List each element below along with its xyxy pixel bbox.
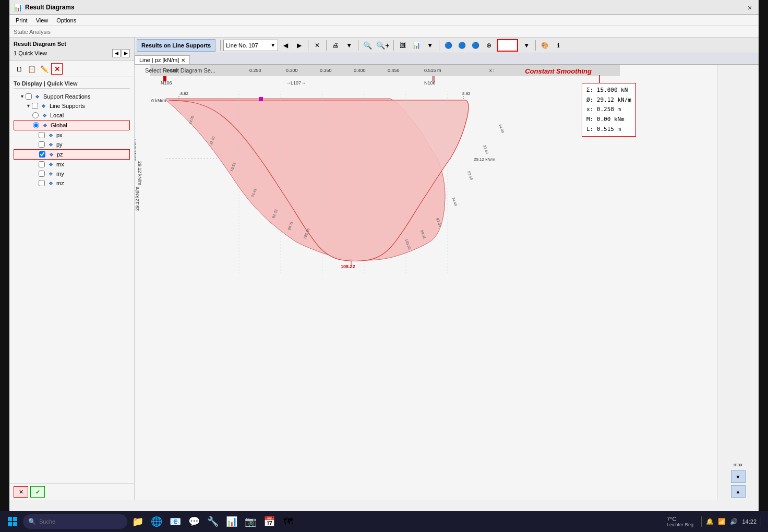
- zoom-in-btn[interactable]: 🔍+: [375, 39, 391, 52]
- tab-results-line-supports[interactable]: Results on Line Supports: [137, 39, 215, 52]
- taskbar-search-container[interactable]: 🔍: [23, 514, 127, 529]
- taskbar-sound-icon[interactable]: 🔊: [730, 518, 738, 525]
- tree-pz[interactable]: ❖ pz: [14, 149, 130, 160]
- checkbox-support-reactions[interactable]: [26, 93, 32, 100]
- svg-text:0.400: 0.400: [354, 68, 366, 73]
- svg-text:14.09: 14.09: [498, 124, 505, 134]
- view-btn3[interactable]: ▼: [424, 39, 436, 52]
- new-icon-button[interactable]: 🗋: [14, 63, 25, 75]
- checkbox-mx[interactable]: [39, 161, 45, 167]
- confirm-icon-button[interactable]: ✓: [30, 486, 45, 498]
- checkbox-my[interactable]: [39, 171, 45, 177]
- node-icon-my: ❖: [46, 170, 55, 178]
- taskbar-app5-icon[interactable]: 🔧: [205, 513, 221, 530]
- dropdown-arrow[interactable]: ▼: [270, 42, 275, 48]
- taskbar-temp: 7°C: [667, 516, 698, 522]
- checkbox-px[interactable]: [39, 132, 45, 138]
- tree-section: To Display | Quick View ▼ ❖ Support Reac…: [9, 77, 134, 483]
- zoom-out-btn[interactable]: 🔍: [361, 39, 374, 52]
- cursor-btn[interactable]: ✕: [311, 39, 323, 52]
- color-btn[interactable]: 🎨: [538, 39, 551, 52]
- taskbar-right: 7°C Leichter Reg... 🔔 📶 🔊 14:22: [667, 516, 764, 527]
- taskbar-app9-icon[interactable]: 🗺: [280, 513, 296, 530]
- menu-options[interactable]: Options: [52, 16, 80, 25]
- svg-text:29.12 kN/m: 29.12 kN/m: [135, 187, 140, 211]
- min-btn[interactable]: ▲: [731, 485, 746, 498]
- view-btn2[interactable]: 📊: [410, 39, 423, 52]
- taskbar-desktop-btn[interactable]: [761, 516, 764, 527]
- smoothing-button[interactable]: [497, 39, 518, 52]
- left-panel: Result Diagram Set 1 Quick View ◀ ▶ 🗋 📋 …: [9, 38, 135, 500]
- edit-icon-button[interactable]: ✏️: [39, 63, 50, 75]
- tree-px[interactable]: ❖ px: [14, 130, 130, 140]
- tree-global[interactable]: ❖ Global: [14, 120, 130, 130]
- diagram-tab[interactable]: Line | pz [kN/m] ✕: [135, 55, 190, 64]
- print-btn[interactable]: 🖨: [329, 39, 342, 52]
- print-options-btn[interactable]: ▼: [343, 39, 355, 52]
- tree-py[interactable]: ❖ py: [14, 140, 130, 149]
- nav-next-button[interactable]: ▶: [122, 49, 130, 57]
- tree-mz[interactable]: ❖ mz: [14, 178, 130, 188]
- static-analysis-bar: Static Analysis: [9, 26, 759, 38]
- max-btn[interactable]: ▼: [731, 470, 746, 483]
- checkbox-py[interactable]: [39, 141, 45, 148]
- smoothing-dropdown[interactable]: ▼: [520, 39, 533, 52]
- radio-global[interactable]: [33, 122, 39, 128]
- node-btn3[interactable]: 🔵: [469, 39, 482, 52]
- radio-local[interactable]: [32, 112, 39, 118]
- taskbar-explorer-icon[interactable]: 📁: [129, 513, 146, 530]
- line-supports-label: Line Supports: [50, 103, 85, 109]
- taskbar-wifi-icon[interactable]: 📶: [718, 518, 726, 525]
- info-btn[interactable]: ℹ: [552, 39, 565, 52]
- taskbar-notify-icon[interactable]: 🔔: [706, 518, 714, 525]
- cancel-icon-button[interactable]: ✕: [14, 486, 28, 498]
- svg-text:74.49: 74.49: [451, 197, 458, 207]
- sep2: [308, 40, 308, 51]
- line-no-label: Line No.: [226, 42, 247, 49]
- taskbar-app4-icon[interactable]: 💬: [186, 513, 202, 530]
- right-edge-panel: [759, 0, 768, 511]
- search-input[interactable]: [39, 518, 102, 525]
- svg-text:108.22: 108.22: [341, 264, 355, 269]
- svg-text:0 kN/m: 0 kN/m: [151, 98, 166, 103]
- close-panel-button[interactable]: ✕: [51, 63, 63, 75]
- taskbar-weather-desc: Leichter Reg...: [667, 522, 698, 527]
- sep7: [535, 40, 536, 51]
- tree-line-supports[interactable]: ▼ ❖ Line Supports: [14, 101, 130, 111]
- stat-l-value: 0.515 m: [597, 126, 621, 132]
- stat-phi-value: 29.12 kN/m: [597, 96, 631, 103]
- tree-local[interactable]: ❖ Local: [14, 111, 130, 120]
- taskbar-app3-icon[interactable]: 📧: [167, 513, 184, 530]
- start-button[interactable]: [4, 513, 21, 530]
- node-btn1[interactable]: 🔵: [442, 39, 454, 52]
- checkbox-pz[interactable]: [39, 151, 45, 158]
- nav-prev-button[interactable]: ◀: [112, 49, 121, 57]
- nav-left-btn[interactable]: ◀: [279, 39, 292, 52]
- checkbox-line-supports[interactable]: [32, 103, 38, 109]
- view-btn1[interactable]: 🖼: [397, 39, 409, 52]
- node-icon-line: ❖: [40, 102, 48, 110]
- menu-print[interactable]: Print: [11, 16, 32, 25]
- taskbar-app6-icon[interactable]: 📊: [223, 513, 240, 530]
- nav-right-btn[interactable]: ▶: [293, 39, 305, 52]
- tree-mx[interactable]: ❖ mx: [14, 160, 130, 169]
- quick-view-label: 1 Quick View: [14, 50, 47, 56]
- taskbar-edge-icon[interactable]: 🌐: [148, 513, 165, 530]
- copy-icon-button[interactable]: 📋: [26, 63, 38, 75]
- stat-m-value: 0.00 kNm: [597, 116, 625, 123]
- tree-support-reactions[interactable]: ▼ ❖ Support Reactions: [14, 92, 130, 101]
- line-no-input[interactable]: [248, 42, 269, 49]
- svg-text:29.12 kN/m: 29.12 kN/m: [135, 139, 137, 161]
- taskbar-app8-icon[interactable]: 📅: [261, 513, 278, 530]
- expand-arrow-support: ▼: [20, 94, 25, 99]
- diagram-tab-close[interactable]: ✕: [181, 57, 185, 63]
- checkbox-mz[interactable]: [39, 180, 45, 186]
- svg-rect-49: [259, 97, 263, 101]
- menu-bar: Print View Options: [9, 15, 759, 26]
- taskbar-app7-icon[interactable]: 📷: [242, 513, 259, 530]
- tree-my[interactable]: ❖ my: [14, 169, 130, 178]
- node-btn2[interactable]: 🔵: [455, 39, 468, 52]
- node-btn4[interactable]: ⊕: [483, 39, 495, 52]
- menu-view[interactable]: View: [32, 16, 53, 25]
- close-button[interactable]: ×: [745, 3, 754, 13]
